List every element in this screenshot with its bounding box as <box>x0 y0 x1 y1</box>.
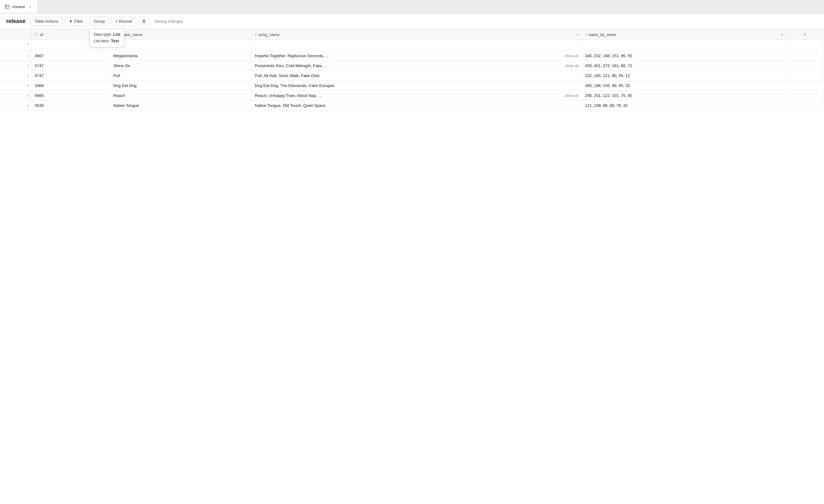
row-song-name-5[interactable]: Reach, Unhappy Train, About Nap, ...show… <box>252 91 582 101</box>
th-song-name-label: song_name <box>259 32 280 37</box>
row-song-name-2[interactable]: Pessimistic Kiss, Cold Midnight, Fake, .… <box>252 61 582 71</box>
row-id-3[interactable]: 4747 <box>31 71 110 81</box>
row-id-2[interactable]: 5747 <box>31 61 110 71</box>
tab-close-button[interactable]: × <box>28 4 33 9</box>
show-all-song-2[interactable]: show all <box>565 64 578 68</box>
new-row-song-cell[interactable] <box>252 40 582 51</box>
row-id-1[interactable]: 4667 <box>31 51 110 61</box>
row-add-col-6 <box>786 101 824 111</box>
table-row: 64536Native TongueNative Tongue, Old Tou… <box>0 101 824 111</box>
svg-rect-0 <box>5 5 9 9</box>
table-actions-button[interactable]: Table Actions <box>30 17 63 26</box>
song-name-dropdown-icon[interactable]: ▾ <box>577 33 579 37</box>
id-type-icon: T↑ <box>35 33 38 36</box>
group-button[interactable]: Group <box>90 17 109 26</box>
row-id-4[interactable]: 3468 <box>31 81 110 91</box>
row-add-col-5 <box>786 91 824 101</box>
new-row-indicator: * <box>0 40 31 51</box>
row-num-6: 6 <box>0 101 31 111</box>
th-id-label: id <box>40 32 43 37</box>
row-add-col-2 <box>786 61 824 71</box>
row-song-name-6[interactable]: Native Tongue, Old Touch, Quiet Space <box>252 101 582 111</box>
saving-status: Saving changes <box>154 19 183 24</box>
row-song-name-3[interactable]: Pull, Alt Hall, Sonic Walk, Fake Over <box>252 71 582 81</box>
row-num-1: 1 <box>0 51 31 61</box>
tooltip-data-type-label: Data type: <box>94 32 112 37</box>
row-num-3: 3 <box>0 71 31 81</box>
table-row: 25747Shine OnPessimistic Kiss, Cold Midn… <box>0 61 824 71</box>
row-song-name-1[interactable]: Hopeful Together, Rapturous Seconds, ...… <box>252 51 582 61</box>
filter-button[interactable]: ▼ Filter <box>65 17 87 26</box>
sales-type-icon: ≡ <box>585 33 587 36</box>
filter-label: Filter <box>74 19 83 24</box>
table-row: 59865ReachReach, Unhappy Train, About Na… <box>0 91 824 101</box>
table-actions-label: Table Actions <box>34 19 59 24</box>
row-release-name-4[interactable]: Dog Eat Dog <box>110 81 251 91</box>
row-num-5: 5 <box>0 91 31 101</box>
table-icon <box>5 5 9 9</box>
sales-dropdown-icon[interactable]: ▾ <box>781 33 783 37</box>
tooltip-data-type-value: List <box>113 32 120 37</box>
table-row: 43468Dog Eat DogDog Eat Dog, The Diamond… <box>0 81 824 91</box>
song-text-5: Reach, Unhappy Train, About Nap, ... <box>255 93 563 98</box>
row-sales-5[interactable]: 256, 201, 122, 101, 75, 45 <box>582 91 786 101</box>
tab-label: release <box>12 4 25 9</box>
filter-icon: ▼ <box>69 19 73 24</box>
tooltip-list-item-label: List item: <box>94 38 110 43</box>
row-song-name-4[interactable]: Dog Eat Dog, The Diamonds, Calm Escapes <box>252 81 582 91</box>
trash-icon: 🗑 <box>142 19 146 24</box>
row-sales-3[interactable]: 232, 165, 121, 80, 55, 12 <box>582 71 786 81</box>
row-release-name-5[interactable]: Reach <box>110 91 251 101</box>
table-body: * 14667MegalomaniaHopeful Together, Rapt… <box>0 40 824 111</box>
song-name-column-header-wrapper: Group Data type: List List item: Text <box>90 17 109 26</box>
show-all-song-5[interactable]: show all <box>565 94 578 98</box>
row-sales-1[interactable]: 340, 232, 188, 151, 96, 55 <box>582 51 786 61</box>
th-sales-by-week[interactable]: ≡ sales_by_week ▾ <box>582 29 786 40</box>
row-add-col-1 <box>786 51 824 61</box>
song-name-type-icon: ≡ <box>255 33 256 36</box>
new-row-sales-cell[interactable] <box>582 40 786 51</box>
row-sales-6[interactable]: 121, 108, 88, 85, 76, 32 <box>582 101 786 111</box>
row-num-4: 4 <box>0 81 31 91</box>
delete-button[interactable]: 🗑 <box>138 17 149 26</box>
song-text-2: Pessimistic Kiss, Cold Midnight, Fake, .… <box>255 64 563 68</box>
row-release-name-3[interactable]: Pull <box>110 71 251 81</box>
row-add-col-4 <box>786 81 824 91</box>
app-window: release × release Table Actions ▼ Filter… <box>0 0 824 504</box>
row-release-name-2[interactable]: Shine On <box>110 61 251 71</box>
tab-bar: release × <box>0 0 824 14</box>
group-label: Group <box>94 19 105 24</box>
row-sales-4[interactable]: 365, 198, 156, 99, 95, 32 <box>582 81 786 91</box>
tab-release[interactable]: release × <box>0 0 38 13</box>
row-sales-2[interactable]: 450, 401, 372, 181, 88, 72 <box>582 61 786 71</box>
song-text-4: Dog Eat Dog, The Diamonds, Calm Escapes <box>255 83 579 88</box>
row-id-6[interactable]: 4536 <box>31 101 110 111</box>
data-type-tooltip: Data type: List List item: Text <box>90 28 124 47</box>
new-row-release-cell[interactable] <box>110 40 251 51</box>
th-add-column[interactable]: + <box>786 29 824 40</box>
song-text-3: Pull, Alt Hall, Sonic Walk, Fake Over <box>255 73 579 78</box>
add-record-button[interactable]: + Record <box>112 17 136 26</box>
toolbar: release Table Actions ▼ Filter Group Dat… <box>0 14 824 29</box>
page-title: release <box>6 18 25 24</box>
add-column-icon: + <box>804 32 806 37</box>
table-container: T↑ id ▾ T release_name ≡ <box>0 29 824 504</box>
tooltip-list-item-value: Text <box>111 38 119 43</box>
row-add-col-3 <box>786 71 824 81</box>
table-row: 14667MegalomaniaHopeful Together, Raptur… <box>0 51 824 61</box>
row-num-2: 2 <box>0 61 31 71</box>
table-row: 34747PullPull, Alt Hall, Sonic Walk, Fak… <box>0 71 824 81</box>
th-rownum <box>0 29 31 40</box>
song-text-6: Native Tongue, Old Touch, Quiet Space <box>255 103 579 108</box>
song-text-1: Hopeful Together, Rapturous Seconds, ... <box>255 54 563 58</box>
th-release-name[interactable]: T release_name <box>110 29 251 40</box>
show-all-song-1[interactable]: show all <box>565 54 578 58</box>
row-release-name-6[interactable]: Native Tongue <box>110 101 251 111</box>
th-song-name[interactable]: ≡ song_name ▾ <box>252 29 582 40</box>
row-id-5[interactable]: 9865 <box>31 91 110 101</box>
add-record-label: + Record <box>116 19 132 24</box>
row-release-name-1[interactable]: Megalomania <box>110 51 251 61</box>
th-sales-label: sales_by_week <box>589 32 616 37</box>
